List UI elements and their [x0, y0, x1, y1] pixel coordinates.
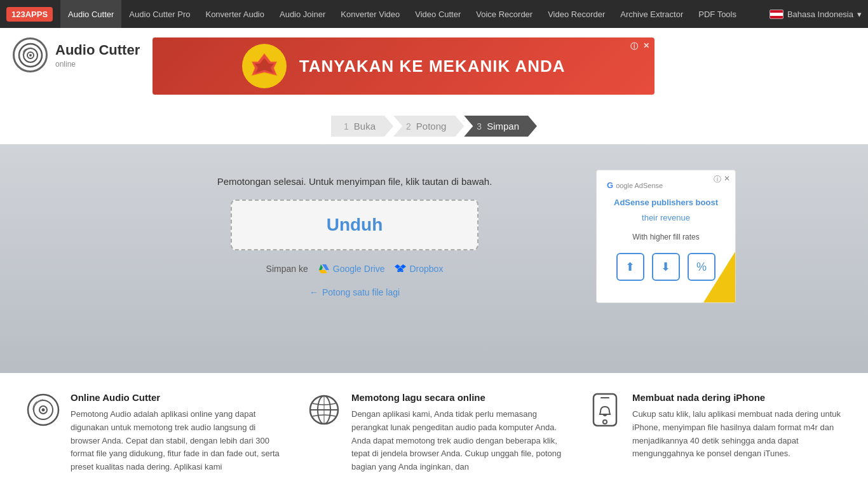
side-ad-header: G oogle AdSense [607, 180, 663, 190]
side-ad-desc: With higher fill rates [614, 231, 718, 243]
language-selector[interactable]: Bahasa Indonesia ▾ [770, 10, 862, 19]
side-ad-title: AdSense publishers boost [614, 196, 718, 209]
step-1[interactable]: 1 Buka [331, 116, 393, 137]
side-ad: G oogle AdSense ⓘ ✕ AdSense publishers b… [596, 170, 736, 303]
dropbox-link[interactable]: Dropbox [395, 263, 443, 274]
svg-point-15 [41, 408, 44, 411]
top-nav: 123APPS Audio Cutter Audio Cutter Pro Ko… [0, 0, 868, 28]
step-3-label: Simpan [487, 121, 519, 132]
header-area: Audio Cutter online TANYAKAN KE MEKANIK … [0, 28, 868, 104]
nav-video-recorder[interactable]: Video Recorder [540, 0, 613, 28]
feature-1-desc: Pemotong Audio adalah aplikasi online ya… [71, 408, 281, 474]
download-button[interactable]: Unduh [231, 200, 478, 250]
app-logo [13, 37, 48, 72]
phone-svg-icon [591, 393, 619, 427]
main-area: Pemotongan selesai. Untuk menyimpan file… [0, 144, 868, 373]
feature-iphone-ringtone: Membuat nada dering iPhone Cukup satu kl… [587, 392, 843, 474]
feature-online-cut: Memotong lagu secara online Dengan aplik… [306, 392, 562, 474]
side-ad-icon-1: ⬆ [616, 253, 644, 281]
side-ad-content: AdSense publishers boost their revenue W… [614, 196, 718, 281]
save-links-row: Simpan ke Google Drive Dropbox [266, 263, 444, 274]
ad-close-icon[interactable]: ✕ [643, 41, 649, 50]
step-2[interactable]: 2 Potong [393, 116, 464, 137]
nav-archive-extractor[interactable]: Archive Extractor [613, 0, 691, 28]
svg-rect-20 [593, 394, 616, 426]
nav-pdf-tools[interactable]: PDF Tools [691, 0, 744, 28]
vinyl-svg-icon [27, 393, 60, 426]
shell-icon [248, 50, 280, 82]
ad-info-icon[interactable]: ⓘ [630, 41, 638, 52]
steps-bar: 1 Buka 2 Potong 3 Simpan [0, 104, 868, 144]
step-2-num: 2 [406, 121, 411, 132]
feature-1-title: Online Audio Cutter [71, 392, 281, 403]
arrow-left-icon: ← [309, 287, 318, 297]
completion-text: Pemotongan selesai. Untuk menyimpan file… [217, 176, 492, 187]
content-panel: Pemotongan selesai. Untuk menyimpan file… [132, 170, 577, 297]
chevron-down-icon: ▾ [857, 10, 862, 19]
svg-point-22 [603, 420, 607, 424]
google-drive-icon [318, 263, 330, 274]
nav-audio-cutter-pro[interactable]: Audio Cutter Pro [121, 0, 198, 28]
dropbox-icon [395, 263, 406, 274]
side-ad-subtitle: their revenue [614, 212, 718, 224]
cut-again-label: Potong satu file lagi [322, 287, 400, 297]
save-to-label: Simpan ke [266, 264, 308, 274]
ad-banner: TANYAKAN KE MEKANIK ANDA ⓘ ✕ [153, 37, 654, 95]
logo-area: Audio Cutter online [13, 37, 140, 72]
language-label: Bahasa Indonesia [787, 10, 853, 19]
feature-2-text: Memotong lagu secara online Dengan aplik… [351, 392, 562, 474]
globe-feature-icon [306, 392, 341, 427]
step-3-num: 3 [477, 121, 482, 132]
bottom-section: Online Audio Cutter Pemotong Audio adala… [0, 373, 868, 488]
feature-3-text: Membuat nada dering iPhone Cukup satu kl… [632, 392, 843, 474]
logo-text: Audio Cutter online [55, 42, 140, 69]
adsense-logo: G oogle AdSense [607, 180, 663, 190]
feature-2-title: Memotong lagu secara online [351, 392, 562, 403]
feature-3-desc: Cukup satu klik, lalu aplikasi membuat n… [632, 408, 843, 461]
nav-voice-recorder[interactable]: Voice Recorder [468, 0, 540, 28]
nav-links: Audio Cutter Audio Cutter Pro Konverter … [60, 0, 770, 28]
nav-konverter-video[interactable]: Konverter Video [333, 0, 407, 28]
google-drive-label: Google Drive [333, 264, 385, 274]
dropbox-label: Dropbox [409, 264, 443, 274]
side-ad-close-icon[interactable]: ✕ [724, 174, 730, 183]
step-3[interactable]: 3 Simpan [464, 116, 537, 137]
cut-again-link[interactable]: ← Potong satu file lagi [309, 287, 400, 297]
vinyl-feature-icon [25, 392, 60, 427]
side-ad-icon-2: ⬇ [652, 253, 680, 281]
ad-text: TANYAKAN KE MEKANIK ANDA [299, 57, 566, 76]
app-subtitle: online [55, 60, 76, 69]
svg-point-3 [29, 54, 32, 57]
phone-feature-icon [587, 392, 622, 427]
vinyl-logo-icon [18, 43, 43, 68]
step-2-label: Potong [416, 121, 447, 132]
nav-audio-cutter[interactable]: Audio Cutter [60, 0, 121, 28]
side-ad-triangle [703, 252, 735, 302]
feature-online-audio-cutter: Online Audio Cutter Pemotong Audio adala… [25, 392, 281, 474]
brand-badge[interactable]: 123APPS [6, 7, 53, 22]
side-ad-info-icon[interactable]: ⓘ [714, 174, 721, 185]
globe-svg-icon [308, 393, 341, 426]
nav-konverter-audio[interactable]: Konverter Audio [198, 0, 272, 28]
side-ad-icons: ⬆ ⬇ % [614, 253, 718, 281]
nav-video-cutter[interactable]: Video Cutter [407, 0, 468, 28]
step-1-num: 1 [344, 121, 349, 132]
nav-audio-joiner[interactable]: Audio Joiner [272, 0, 333, 28]
google-drive-link[interactable]: Google Drive [318, 263, 385, 274]
feature-3-title: Membuat nada dering iPhone [632, 392, 843, 403]
feature-2-desc: Dengan aplikasi kami, Anda tidak perlu m… [351, 408, 562, 474]
feature-1-text: Online Audio Cutter Pemotong Audio adala… [71, 392, 281, 474]
app-title: Audio Cutter [55, 42, 140, 58]
shell-logo [242, 44, 287, 88]
step-1-label: Buka [354, 121, 376, 132]
